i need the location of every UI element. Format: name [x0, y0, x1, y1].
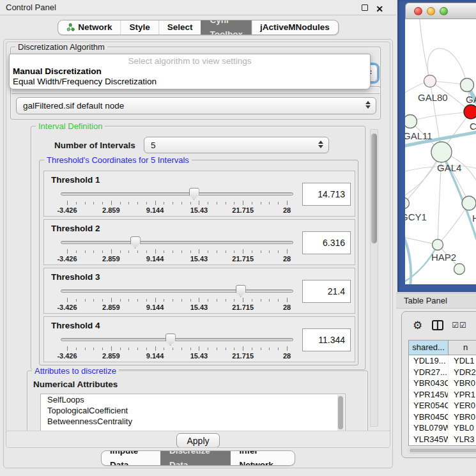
- tab-cyni-toolbox[interactable]: Cyni Toolbox: [201, 20, 251, 35]
- column-header-shared-name[interactable]: shared...: [409, 341, 449, 355]
- network-node-label: GAL11: [405, 130, 433, 141]
- threshold-slider[interactable]: -3.4262.8599.14415.4321.71528: [61, 188, 293, 216]
- network-window-titlebar[interactable]: [405, 3, 476, 19]
- tab-select[interactable]: Select: [158, 20, 201, 35]
- discretization-algorithm-title: Discretization Algorithm: [15, 42, 107, 52]
- cell-shared-name: YBL079W: [409, 422, 449, 434]
- table-row[interactable]: YDL19...YDL1: [409, 355, 476, 367]
- network-node-red-node[interactable]: [464, 105, 476, 119]
- table-row[interactable]: YLR345WYLR3: [409, 434, 476, 445]
- threshold-slider[interactable]: -3.4262.8599.14415.4321.71528: [61, 236, 293, 265]
- threshold-value-field[interactable]: 21.4: [302, 280, 351, 303]
- close-icon[interactable]: ✕: [376, 1, 383, 17]
- table-row[interactable]: YIL052CYIL0: [409, 445, 476, 446]
- attributes-scrollbar-thumb[interactable]: [338, 396, 343, 429]
- network-node-h-node[interactable]: [462, 196, 476, 210]
- network-node-gal11[interactable]: [405, 115, 417, 128]
- table-row[interactable]: YBR045CYBR0: [409, 411, 476, 423]
- tick-label: 2.859: [102, 352, 120, 360]
- settings-scrollbar[interactable]: [370, 129, 378, 427]
- attributes-scrollbar[interactable]: [337, 395, 344, 433]
- cell-name: YLR3: [449, 434, 476, 445]
- tick-mark: [234, 299, 234, 302]
- close-window-icon[interactable]: [414, 7, 422, 15]
- tab-network[interactable]: Network: [58, 20, 120, 35]
- tick-mark: [261, 299, 261, 302]
- threshold-slider[interactable]: -3.4262.8599.14415.4321.71528: [61, 334, 293, 362]
- network-node-label: GA: [466, 94, 476, 105]
- minimize-window-icon[interactable]: [427, 7, 435, 15]
- network-node-gal4[interactable]: [431, 142, 452, 162]
- tick-mark: [173, 202, 173, 204]
- tick-mark: [181, 299, 182, 302]
- tick-mark: [287, 298, 288, 302]
- tick-mark: [278, 250, 279, 253]
- tick-mark: [76, 202, 77, 204]
- slider-ticks: -3.4262.8599.14415.4321.71528: [61, 236, 293, 265]
- attribute-list-item[interactable]: SelfLoops: [41, 394, 345, 405]
- algorithm-option-equal-width[interactable]: Equal Width/Frequency Discretization: [10, 76, 370, 86]
- number-of-intervals-combobox[interactable]: 5: [144, 137, 329, 153]
- attribute-list-item[interactable]: TopologicalCoefficient: [41, 405, 345, 416]
- network-node-label: GAL80: [418, 92, 448, 103]
- tick-mark: [181, 348, 182, 350]
- column-header-name[interactable]: n: [449, 341, 476, 355]
- tab-style[interactable]: Style: [120, 20, 158, 35]
- tab-discretize-data[interactable]: Discretize Data: [160, 451, 231, 465]
- cell-name: YIL0: [449, 445, 476, 446]
- threshold-value-field[interactable]: 11.344: [302, 328, 351, 351]
- apply-button[interactable]: Apply: [176, 433, 220, 448]
- settings-scrollbar-thumb[interactable]: [371, 134, 377, 243]
- algorithm-placeholder-option[interactable]: Select algorithm to view settings: [10, 54, 370, 66]
- apply-row: Apply: [6, 431, 390, 448]
- tab-impute-data[interactable]: Impute Data: [102, 451, 160, 465]
- table-row[interactable]: YER054CYER0: [409, 400, 476, 411]
- threshold-panel-2: Threshold 2-3.4262.8599.14415.4321.71528…: [43, 219, 355, 265]
- gear-icon[interactable]: ⚙: [413, 319, 422, 332]
- threshold-value-field[interactable]: 14.713: [302, 183, 351, 206]
- tab-label: Impute Data: [110, 450, 152, 466]
- threshold-value-field[interactable]: 6.316: [302, 231, 351, 254]
- tick-mark: [243, 249, 243, 254]
- table-row[interactable]: YBL079WYBL0: [409, 422, 476, 434]
- tab-jactivemnodules[interactable]: jActiveMNodules: [251, 20, 338, 35]
- number-of-intervals-label: Number of Intervals: [54, 141, 135, 150]
- select-all-checkbox-icon[interactable]: ☑☑: [452, 321, 467, 330]
- float-window-icon[interactable]: [362, 4, 368, 11]
- network-node-top-right[interactable]: [461, 79, 474, 92]
- threshold-slider[interactable]: -3.4262.8599.14415.4321.71528: [61, 285, 293, 313]
- threshold-label: Threshold 1: [51, 175, 100, 185]
- slider-ticks: -3.4262.8599.14415.4321.71528: [61, 188, 293, 216]
- table-row[interactable]: YPR145WYPR1: [409, 389, 476, 401]
- table-horizontal-scrollbar[interactable]: [408, 447, 476, 454]
- attr-list-items: SelfLoopsTopologicalCoefficientBetweenne…: [41, 394, 345, 427]
- network-canvas[interactable]: GAL80GACGAL11GAL4GCY1HHAP2: [405, 19, 476, 284]
- maximize-window-icon[interactable]: [440, 7, 448, 15]
- table-data-combobox[interactable]: galFiltered.sif default node: [16, 97, 376, 114]
- tick-mark: [234, 250, 234, 253]
- tick-label: 15.43: [190, 352, 208, 360]
- tick-mark: [93, 202, 94, 204]
- tick-mark: [76, 348, 77, 350]
- tick-mark: [243, 298, 243, 302]
- discretize-content-panel: Discretization Algorithm Select algorith…: [6, 42, 390, 448]
- table-horizontal-scrollbar-thumb[interactable]: [410, 449, 476, 452]
- tick-mark: [269, 299, 270, 302]
- algorithm-option-manual[interactable]: Manual Discretization: [10, 66, 370, 76]
- network-node-hap2[interactable]: [433, 240, 443, 250]
- attribute-list-item[interactable]: BetweennessCentrality: [41, 416, 345, 427]
- network-node-gal80[interactable]: [424, 75, 436, 88]
- table-panel-window: ⚙ ☑☑ shared... n YDL19...YDL1YDR27...YDR…: [401, 311, 476, 458]
- tab-label: Cyni Toolbox: [210, 20, 243, 35]
- thresholds-group: Threshold's Coordinates for 5 Intervals …: [39, 160, 358, 365]
- table-row[interactable]: YDR27...YDR2: [409, 367, 476, 378]
- network-node-bottom-node[interactable]: [454, 264, 465, 275]
- table-row[interactable]: YBR043CYBR0: [409, 378, 476, 389]
- network-node-gcy1[interactable]: [405, 198, 410, 209]
- show-columns-icon[interactable]: [432, 320, 443, 330]
- tab-infer-network[interactable]: Infer Network: [230, 451, 295, 465]
- node-table[interactable]: shared... n YDL19...YDL1YDR27...YDR2YBR0…: [408, 340, 476, 446]
- network-node-label: C: [470, 121, 476, 132]
- network-edge: [438, 203, 469, 245]
- tick-mark: [217, 250, 217, 253]
